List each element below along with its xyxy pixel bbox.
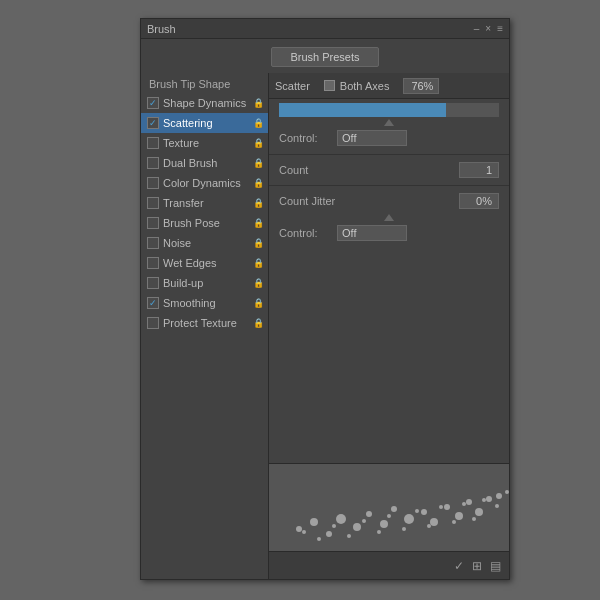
scatter-slider-fill xyxy=(279,103,446,117)
checkbox-brush-pose[interactable] xyxy=(147,217,159,229)
control-row-1: Control: Off xyxy=(269,126,509,150)
bottom-toolbar: ✓ ⊞ ▤ xyxy=(269,551,509,579)
main-content: Brush Tip Shape Shape Dynamics 🔒 Scatter… xyxy=(141,73,509,579)
lock-icon-noise: 🔒 xyxy=(253,238,264,248)
close-icon[interactable]: × xyxy=(485,23,491,34)
lock-icon-brush-pose: 🔒 xyxy=(253,218,264,228)
checkbox-transfer[interactable] xyxy=(147,197,159,209)
sidebar-item-color-dynamics[interactable]: Color Dynamics 🔒 xyxy=(141,173,268,193)
checkbox-build-up[interactable] xyxy=(147,277,159,289)
check-icon[interactable]: ✓ xyxy=(454,559,464,573)
checkbox-noise[interactable] xyxy=(147,237,159,249)
brush-preview-canvas xyxy=(269,464,509,551)
presets-row: Brush Presets xyxy=(141,39,509,73)
lock-icon-wet-edges: 🔒 xyxy=(253,258,264,268)
panel-title-icons: – × ≡ xyxy=(474,23,503,34)
preview-area xyxy=(269,463,509,551)
lock-icon-scattering: 🔒 xyxy=(253,118,264,128)
menu-settings-icon[interactable]: ▤ xyxy=(490,559,501,573)
sidebar-item-brush-pose[interactable]: Brush Pose 🔒 xyxy=(141,213,268,233)
control-select-1[interactable]: Off xyxy=(337,130,407,146)
lock-icon-color-dynamics: 🔒 xyxy=(253,178,264,188)
menu-icon[interactable]: ≡ xyxy=(497,23,503,34)
sidebar-item-scattering[interactable]: Scattering 🔒 xyxy=(141,113,268,133)
lock-icon-texture: 🔒 xyxy=(253,138,264,148)
checkbox-scattering[interactable] xyxy=(147,117,159,129)
sidebar-item-transfer[interactable]: Transfer 🔒 xyxy=(141,193,268,213)
both-axes-label: Both Axes xyxy=(340,80,390,92)
lock-icon-smoothing: 🔒 xyxy=(253,298,264,308)
both-axes-checkbox[interactable] xyxy=(324,80,335,91)
sidebar-item-smoothing[interactable]: Smoothing 🔒 xyxy=(141,293,268,313)
scatter-slider-container xyxy=(269,99,509,126)
brush-tip-shape[interactable]: Brush Tip Shape xyxy=(141,73,268,93)
panel-title: Brush xyxy=(147,23,176,35)
count-value[interactable]: 1 xyxy=(459,162,499,178)
count-jitter-label: Count Jitter xyxy=(279,195,451,207)
panel-body: Brush Presets Brush Tip Shape Shape Dyna… xyxy=(141,39,509,579)
scatter-value[interactable]: 76% xyxy=(403,78,439,94)
sidebar-item-shape-dynamics[interactable]: Shape Dynamics 🔒 xyxy=(141,93,268,113)
lock-icon-build-up: 🔒 xyxy=(253,278,264,288)
checkbox-shape-dynamics[interactable] xyxy=(147,97,159,109)
grid-icon[interactable]: ⊞ xyxy=(472,559,482,573)
panel-titlebar: Brush – × ≡ xyxy=(141,19,509,39)
count-jitter-slider-container xyxy=(269,212,509,221)
checkbox-smoothing[interactable] xyxy=(147,297,159,309)
checkbox-texture[interactable] xyxy=(147,137,159,149)
sidebar-item-build-up[interactable]: Build-up 🔒 xyxy=(141,273,268,293)
lock-icon-transfer: 🔒 xyxy=(253,198,264,208)
divider-1 xyxy=(269,154,509,155)
both-axes-group: Both Axes xyxy=(324,80,390,92)
control-select-2[interactable]: Off xyxy=(337,225,407,241)
checkbox-protect-texture[interactable] xyxy=(147,317,159,329)
divider-2 xyxy=(269,185,509,186)
sidebar-item-texture[interactable]: Texture 🔒 xyxy=(141,133,268,153)
count-jitter-row: Count Jitter 0% xyxy=(269,190,509,212)
count-row: Count 1 xyxy=(269,159,509,181)
count-jitter-value[interactable]: 0% xyxy=(459,193,499,209)
count-jitter-triangle xyxy=(384,214,394,221)
brush-presets-button[interactable]: Brush Presets xyxy=(271,47,378,67)
right-panel: Scatter Both Axes 76% xyxy=(269,73,509,579)
lock-icon-dual-brush: 🔒 xyxy=(253,158,264,168)
count-label: Count xyxy=(279,164,451,176)
scatter-tab[interactable]: Scatter xyxy=(275,80,310,92)
sidebar-item-dual-brush[interactable]: Dual Brush 🔒 xyxy=(141,153,268,173)
brush-panel: Brush – × ≡ Brush Presets Brush Tip Shap… xyxy=(140,18,510,580)
control-label-2: Control: xyxy=(279,227,329,239)
sidebar-item-noise[interactable]: Noise 🔒 xyxy=(141,233,268,253)
scatter-triangle xyxy=(384,119,394,126)
control-label-1: Control: xyxy=(279,132,329,144)
sidebar-item-protect-texture[interactable]: Protect Texture 🔒 xyxy=(141,313,268,333)
scatter-tabs: Scatter Both Axes 76% xyxy=(269,73,509,99)
right-spacer xyxy=(269,245,509,463)
sidebar-item-wet-edges[interactable]: Wet Edges 🔒 xyxy=(141,253,268,273)
checkbox-wet-edges[interactable] xyxy=(147,257,159,269)
checkbox-dual-brush[interactable] xyxy=(147,157,159,169)
minimize-icon[interactable]: – xyxy=(474,23,480,34)
lock-icon-protect-texture: 🔒 xyxy=(253,318,264,328)
left-panel: Brush Tip Shape Shape Dynamics 🔒 Scatter… xyxy=(141,73,269,579)
checkbox-color-dynamics[interactable] xyxy=(147,177,159,189)
scatter-slider[interactable] xyxy=(279,103,499,117)
control-row-2: Control: Off xyxy=(269,221,509,245)
lock-icon-shape-dynamics: 🔒 xyxy=(253,98,264,108)
